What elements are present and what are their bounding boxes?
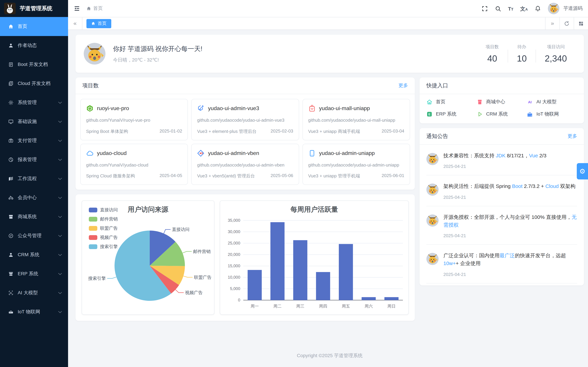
sidebar-item-0[interactable]: 首页 [0,17,68,36]
settings-gear-button[interactable]: ⚙ [577,163,588,179]
stat-label: 项目访问 [545,44,567,50]
refresh-icon[interactable] [559,17,574,30]
q-iot-icon [527,111,533,117]
quick-link-2[interactable]: AIAI 大模型 [527,99,577,105]
svg-text:周日: 周日 [387,304,396,308]
notice-date: 2025-04-21 [443,233,577,238]
sidebar-item-11[interactable]: 公众号管理 [0,226,68,245]
projects-more-link[interactable]: 更多 [398,83,408,89]
q-erp-icon: E [426,111,432,117]
legend-item-2[interactable]: 联盟广告 [89,225,118,231]
project-card-2[interactable]: yudao-ui-mall-uniappgithub.com/yudaocode… [302,99,410,140]
project-url[interactable]: github.com/YunaiV/yudao-cloud [86,162,182,168]
project-card-5[interactable]: yudao-ui-admin-uniappgithub.com/yudaocod… [302,144,410,185]
project-name: yudao-cloud [97,150,127,156]
notice-title[interactable]: 架构灵活性：后端提供 Spring Boot 2.7/3.2 + Cloud 双… [443,182,575,190]
sidebar-item-1[interactable]: 作者动态 [0,36,68,55]
legend-item-0[interactable]: 直接访问 [89,207,118,213]
bell-icon[interactable] [535,5,541,12]
notices-list: 技术兼容性：系统支持 JDK 8/17/21，Vue 2/32025-04-21… [420,145,584,285]
svg-text:周六: 周六 [365,304,373,308]
notices-more-link[interactable]: 更多 [568,133,577,139]
store-icon [8,271,14,277]
chevron-down-icon [58,292,62,294]
project-card-1[interactable]: yudao-ui-admin-vue3github.com/yudaocode/… [191,99,299,140]
quick-link-4[interactable]: CRM 系统 [476,111,527,117]
tabs-strip: 首页 [82,17,545,30]
svg-text:视频广告: 视频广告 [185,290,203,295]
project-url[interactable]: github.com/YunaiV/ruoyi-vue-pro [86,117,182,124]
sidebar-item-5[interactable]: 基础设施 [0,112,68,131]
notice-title[interactable]: 广泛企业认可：国内使用最广泛的快速开发平台，远超 10w++ 企业使用 [443,251,577,267]
sidebar-item-15[interactable]: IoT 物联网 [0,302,68,321]
chevron-down-icon [58,120,62,123]
sidebar-item-2[interactable]: Boot 开发文档 [0,55,68,74]
sidebar-item-12[interactable]: CRM 系统 [0,245,68,264]
project-card-0[interactable]: ruoyi-vue-progithub.com/YunaiV/ruoyi-vue… [80,99,188,140]
language-icon[interactable]: 文A [520,6,528,11]
sidebar-item-3[interactable]: Cloud 开发文档 [0,74,68,93]
project-url[interactable]: github.com/yudaocode/yudao-ui-admin-vben [197,162,293,168]
project-url[interactable]: github.com/yudaocode/yudao-ui-admin-unia… [308,162,404,168]
tabs-scroll-left-icon[interactable]: « [68,17,82,30]
chevron-down-icon [58,254,62,256]
project-card-3[interactable]: yudao-cloudgithub.com/YunaiV/yudao-cloud… [80,144,188,185]
sidebar-item-label: ERP 系统 [18,271,38,277]
app-logo[interactable]: 芋道管理系统 [0,0,68,17]
sidebar-item-label: 基础设施 [18,119,37,125]
sidebar-item-label: 会员中心 [18,195,37,201]
quick-link-5[interactable]: IoT 物联网 [527,111,577,117]
notice-avatar [426,253,439,265]
sidebar-item-10[interactable]: 商城系统 [0,207,68,226]
svg-text:15,000: 15,000 [228,264,240,268]
notice-title[interactable]: 技术兼容性：系统支持 JDK 8/17/21，Vue 2/3 [443,151,546,159]
sidebar-item-label: 首页 [18,24,27,30]
user-avatar[interactable] [548,3,559,14]
quick-link-1[interactable]: 商城中心 [476,99,527,105]
font-size-icon[interactable]: TT [508,6,513,11]
cloud-icon [86,149,94,157]
legend-item-3[interactable]: 视频广告 [89,234,118,241]
svg-text:周三: 周三 [296,304,304,308]
sidebar-item-13[interactable]: ERP 系统 [0,264,68,284]
notice-item-1: 架构灵活性：后端提供 Spring Boot 2.7/3.2 + Cloud 双… [426,175,577,206]
project-url[interactable]: github.com/yudaocode/yudao-ui-admin-vue3 [197,117,293,124]
greeting-title: 你好 芋道源码 祝你开心每一天! [113,44,202,53]
quick-link-0[interactable]: 首页 [426,99,476,105]
username[interactable]: 芋道源码 [563,5,583,12]
chevron-down-icon [58,273,62,275]
legend-item-1[interactable]: 邮件营销 [89,216,118,222]
notice-date: 2025-04-21 [443,272,577,277]
legend-label: 联盟广告 [100,225,118,231]
chevron-down-icon [58,101,62,104]
project-name: yudao-ui-admin-uniapp [319,150,375,156]
fullscreen-icon[interactable] [482,5,488,12]
breadcrumb[interactable]: 首页 [86,5,103,12]
project-card-4[interactable]: yudao-ui-admin-vbengithub.com/yudaocode/… [191,144,299,185]
sidebar-item-14[interactable]: AIAI 大模型 [0,284,68,302]
vben-icon [197,149,205,157]
tabs-scroll-right-icon[interactable]: » [545,17,559,30]
notice-avatar [426,153,439,165]
project-date: 2025-01-02 [160,128,182,134]
notice-title[interactable]: 开源免授权：全部开源，个人与企业可 100% 直接使用，无需授权 [443,213,577,229]
quick-link-3[interactable]: EERP 系统 [426,111,476,117]
sidebar-item-7[interactable]: 报表管理 [0,150,68,169]
sidebar-item-label: Boot 开发文档 [18,61,48,68]
menu-fold-icon[interactable] [73,5,80,12]
chevron-down-icon [58,216,62,218]
dashboard-columns: 项目数 更多 ruoyi-vue-progithub.com/YunaiV/ru… [76,77,584,321]
sidebar-item-6[interactable]: 支付管理 [0,131,68,150]
quick-link-label: 首页 [436,99,445,105]
tab-home[interactable]: 首页 [86,19,111,28]
stat-label: 项目数 [485,44,499,50]
tab-layout-grid-icon[interactable] [574,17,588,30]
sidebar-item-label: 系统管理 [18,100,37,106]
project-url[interactable]: github.com/yudaocode/yudao-ui-mall-uniap… [308,117,404,124]
sidebar-item-9[interactable]: 会员中心 [0,188,68,207]
svg-text:直接访问: 直接访问 [172,227,190,232]
sidebar-item-8[interactable]: 工作流程 [0,169,68,188]
sidebar-item-4[interactable]: 系统管理 [0,93,68,112]
legend-item-4[interactable]: 搜索引擎 [89,244,118,250]
search-icon[interactable] [495,5,501,12]
